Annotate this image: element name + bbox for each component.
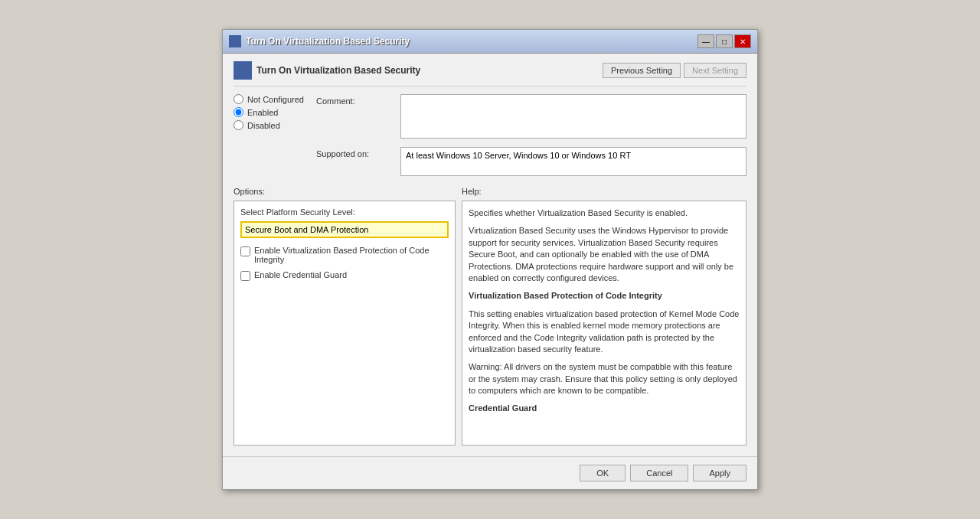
help-para1: Specifies whether Virtualization Based S… [469,207,740,219]
comment-row: Comment: [316,94,746,141]
title-buttons: — □ ✕ [697,34,751,48]
help-section-label: Help: [462,187,746,196]
title-bar: Turn On Virtualization Based Security — … [223,30,757,54]
restore-button[interactable]: □ [716,34,733,48]
dialog-window: Turn On Virtualization Based Security — … [222,29,758,490]
bottom-buttons: OK Cancel Apply [223,456,757,489]
panels-labels: Options: Help: [234,187,746,196]
window-icon [229,35,241,47]
dialog-content: Turn On Virtualization Based Security Pr… [223,54,757,453]
radio-enabled[interactable]: Enabled [234,107,304,117]
minimize-button[interactable]: — [697,34,714,48]
window-title: Turn On Virtualization Based Security [246,36,410,47]
platform-dropdown[interactable]: Secure Boot and DMA Protection Secure Bo… [240,221,449,238]
checkbox-code-integrity-label: Enable Virtualization Based Protection o… [254,246,449,264]
checkbox-code-integrity-input[interactable] [240,246,250,256]
help-para3: This setting enables virtualization base… [469,308,740,356]
radio-enabled-label: Enabled [247,108,278,117]
radio-not-configured[interactable]: Not Configured [234,94,304,104]
header-icon [234,61,252,80]
supported-on-input-area: At least Windows 10 Server, Windows 10 o… [400,147,746,176]
help-para4: Warning: All drivers on the system must … [469,361,740,397]
radio-group: Not Configured Enabled Disabled [234,94,304,130]
checkbox-credential-guard-label: Enable Credential Guard [254,270,347,279]
options-panel: Select Platform Security Level: Secure B… [234,201,456,446]
radio-disabled-label: Disabled [247,121,280,130]
checkbox-credential-guard-input[interactable] [240,271,250,281]
supported-on-box: At least Windows 10 Server, Windows 10 o… [400,147,746,176]
supported-on-row: Supported on: At least Windows 10 Server… [316,147,746,176]
comment-textarea[interactable] [400,94,746,139]
nav-buttons: Previous Setting Next Setting [603,63,746,78]
help-heading1: Virtualization Based Protection of Code … [469,290,740,302]
options-section-label: Options: [234,187,456,196]
next-setting-button[interactable]: Next Setting [684,63,746,78]
close-button[interactable]: ✕ [734,34,751,48]
comment-area: Comment: Supported on: At least Windows … [316,94,746,182]
radio-disabled[interactable]: Disabled [234,120,304,130]
platform-label: Select Platform Security Level: [240,207,449,217]
help-heading2: Credential Guard [469,403,740,414]
help-panel: Specifies whether Virtualization Based S… [462,201,746,446]
checkbox-credential-guard[interactable]: Enable Credential Guard [240,270,449,281]
help-para2: Virtualization Based Security uses the W… [469,225,740,284]
previous-setting-button[interactable]: Previous Setting [603,63,681,78]
radio-disabled-input[interactable] [234,120,243,130]
platform-dropdown-wrapper: Secure Boot and DMA Protection Secure Bo… [240,221,449,246]
radio-not-configured-label: Not Configured [247,95,304,104]
header-title-row: Turn On Virtualization Based Security [234,61,420,80]
supported-on-label: Supported on: [316,147,400,158]
panels-row: Select Platform Security Level: Secure B… [234,201,746,446]
comment-input-area [400,94,746,141]
header-area: Turn On Virtualization Based Security Pr… [234,61,746,86]
comment-label: Comment: [316,94,400,106]
radio-not-configured-input[interactable] [234,94,243,104]
header-title: Turn On Virtualization Based Security [256,65,420,76]
title-bar-left: Turn On Virtualization Based Security [229,35,410,47]
ok-button[interactable]: OK [580,465,626,481]
checkbox-code-integrity[interactable]: Enable Virtualization Based Protection o… [240,246,449,264]
apply-button[interactable]: Apply [693,465,746,481]
radio-enabled-input[interactable] [234,107,243,117]
cancel-button[interactable]: Cancel [630,465,688,481]
